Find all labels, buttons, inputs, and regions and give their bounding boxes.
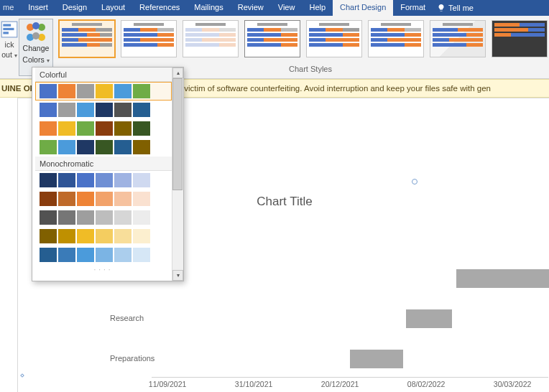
color-swatch [40, 229, 57, 243]
tab-layout[interactable]: Layout [94, 0, 132, 16]
chart-style-7[interactable] [430, 20, 486, 57]
quick-layout-label-2: out ▾ [1, 50, 17, 60]
color-swatch [96, 248, 113, 262]
colorful-heading: Colorful [35, 67, 172, 82]
color-swatch [96, 229, 113, 243]
color-swatch [133, 173, 150, 187]
tab-review[interactable]: Review [231, 0, 271, 16]
scroll-thumb[interactable] [172, 78, 183, 190]
color-swatch [77, 103, 94, 117]
tab-view[interactable]: View [271, 0, 303, 16]
color-swatch [114, 229, 132, 243]
color-swatch [77, 173, 94, 187]
y-category-research: Research [110, 314, 144, 322]
color-swatch [133, 248, 150, 262]
color-swatch [133, 192, 150, 206]
tell-me-label: Tell me [448, 4, 474, 12]
gantt-bar-preparations[interactable] [350, 350, 403, 368]
tab-design[interactable]: Design [55, 0, 94, 16]
quick-layout-button[interactable]: ick out ▾ [0, 16, 19, 78]
color-swatch [40, 248, 57, 262]
monochromatic-heading: Monochromatic [35, 157, 172, 171]
ribbon-tabs: me Insert Design Layout References Maili… [0, 0, 549, 16]
color-swatch [114, 140, 132, 154]
y-category-preparations: Preparations [110, 354, 154, 363]
color-swatch [40, 173, 57, 187]
color-swatch [114, 84, 132, 98]
color-swatch [58, 192, 75, 206]
color-scheme-mono-2[interactable] [35, 190, 172, 208]
tab-chart-design[interactable]: Chart Design [333, 0, 393, 16]
chart-top-handle[interactable] [412, 179, 417, 185]
change-colors-label-1: Change [23, 44, 50, 52]
color-scheme-mono-1[interactable] [35, 171, 172, 190]
color-scheme-colorful-3[interactable] [35, 119, 172, 138]
color-swatch [58, 84, 75, 98]
color-swatch [114, 210, 132, 225]
x-tick-0: 11/09/2021 [149, 380, 187, 388]
color-swatch [133, 103, 150, 117]
color-swatch [58, 140, 75, 154]
gantt-bar-1[interactable] [456, 269, 549, 288]
dropdown-scrollbar: ▴ ▾ [172, 67, 183, 281]
tell-me-search[interactable]: Tell me [433, 0, 478, 16]
color-swatch [114, 121, 132, 136]
change-colors-dropdown: ▴ ▾ Colorful Monochromatic ···· [32, 67, 184, 281]
tab-help[interactable]: Help [302, 0, 333, 16]
scroll-up-button[interactable]: ▴ [172, 67, 183, 78]
lightbulb-icon [437, 4, 446, 12]
color-swatch [114, 103, 132, 117]
color-scheme-mono-4[interactable] [35, 227, 172, 246]
chart-plot-area[interactable]: Research Preparations [147, 216, 548, 375]
color-swatch [40, 121, 57, 136]
color-swatch [96, 192, 113, 206]
chart-styles-caption: Chart Styles [289, 65, 332, 73]
chart-style-6[interactable] [368, 20, 424, 57]
color-swatch [114, 192, 132, 206]
svg-rect-2 [3, 28, 14, 30]
chart-style-5[interactable] [306, 20, 362, 57]
color-swatch [96, 140, 113, 154]
svg-rect-3 [3, 32, 9, 34]
color-swatch [77, 210, 94, 225]
color-swatch [96, 121, 113, 136]
tab-format[interactable]: Format [393, 0, 433, 16]
color-swatch [114, 173, 132, 187]
color-swatch [77, 229, 94, 243]
color-swatch [133, 229, 150, 243]
color-swatch [58, 248, 75, 262]
chart-x-axis: 11/09/2021 31/10/2021 20/12/2021 08/02/2… [147, 377, 548, 392]
change-colors-label-2: Colors ▾ [22, 55, 49, 65]
color-scheme-colorful-4[interactable] [35, 138, 172, 157]
color-swatch [58, 121, 75, 136]
color-swatch [40, 210, 57, 225]
dropdown-resize-grip[interactable]: ···· [35, 264, 172, 276]
color-swatch [96, 173, 113, 187]
chart-style-2[interactable] [121, 20, 177, 57]
color-swatch [77, 121, 94, 136]
warning-text: may be a victim of software counterfeiti… [148, 84, 491, 93]
chart-style-4[interactable] [244, 20, 300, 57]
color-scheme-mono-3[interactable] [35, 208, 172, 227]
color-swatch [96, 84, 113, 98]
color-swatch [40, 192, 57, 206]
x-tick-1: 31/10/2021 [235, 380, 273, 388]
gantt-bar-research[interactable] [406, 309, 452, 328]
color-swatch [40, 84, 57, 98]
chart-style-8[interactable] [492, 20, 548, 57]
color-swatch [77, 84, 94, 98]
tab-references[interactable]: References [132, 0, 187, 16]
color-scheme-colorful-1[interactable] [35, 82, 172, 101]
color-scheme-mono-5[interactable] [35, 246, 172, 264]
scroll-down-button[interactable]: ▾ [172, 270, 183, 281]
color-swatch [40, 140, 57, 154]
color-swatch [133, 210, 150, 225]
tab-insert[interactable]: Insert [21, 0, 55, 16]
color-scheme-colorful-2[interactable] [35, 101, 172, 119]
chart-style-3[interactable] [183, 20, 239, 57]
tab-home[interactable]: me [0, 0, 21, 16]
color-swatch [114, 248, 132, 262]
palette-icon [27, 22, 45, 41]
tab-mailings[interactable]: Mailings [187, 0, 230, 16]
chart-style-1[interactable] [59, 20, 115, 57]
